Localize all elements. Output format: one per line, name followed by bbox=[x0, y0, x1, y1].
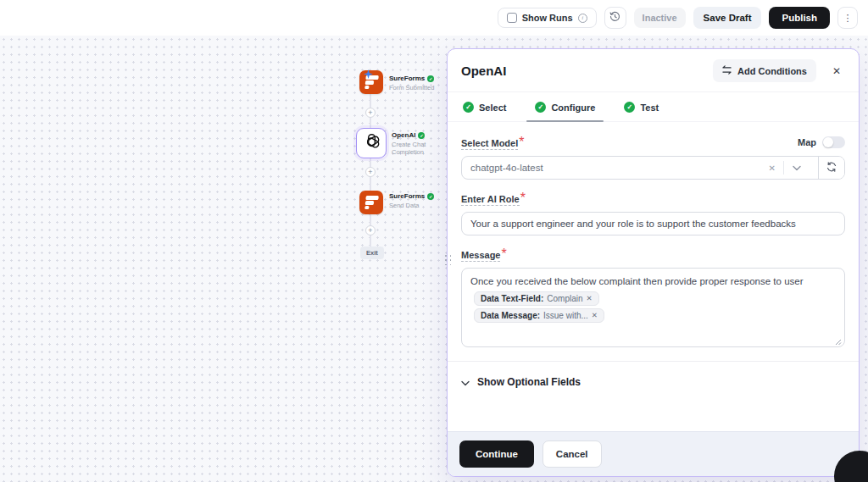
tab-label: Configure bbox=[551, 102, 595, 113]
refresh-models-button[interactable] bbox=[818, 157, 844, 179]
node-app-name: OpenAI bbox=[392, 131, 415, 139]
map-toggle[interactable] bbox=[822, 136, 845, 148]
chevron-down-icon[interactable] bbox=[784, 165, 810, 171]
tab-label: Test bbox=[640, 102, 659, 113]
add-step-button-2[interactable]: + bbox=[365, 167, 376, 177]
add-conditions-label: Add Conditions bbox=[737, 66, 807, 76]
required-asterisk: * bbox=[519, 135, 524, 149]
panel-header: OpenAI Add Conditions ✕ bbox=[448, 49, 859, 92]
remove-tag-icon[interactable]: ✕ bbox=[592, 311, 598, 319]
node-app-name: SureForms bbox=[389, 75, 425, 82]
panel-title: OpenAI bbox=[461, 64, 704, 78]
node-openai-icon[interactable] bbox=[356, 128, 387, 158]
node-sureforms-trigger-label[interactable]: SureForms ✓ Form Submitted bbox=[389, 75, 434, 91]
model-select-value[interactable]: chatgpt-4o-latest bbox=[470, 163, 761, 173]
info-icon: i bbox=[578, 14, 587, 23]
trigger-sparkle-icon bbox=[364, 67, 373, 82]
node-success-check-icon: ✓ bbox=[427, 193, 434, 200]
data-tag-message[interactable]: Data Message: Issue with... ✕ bbox=[474, 308, 604, 323]
node-success-check-icon: ✓ bbox=[418, 132, 425, 139]
data-tag-text-field[interactable]: Data Text-Field: Complain ✕ bbox=[474, 291, 599, 306]
node-openai-label[interactable]: OpenAI ✓ Create Chat Completion bbox=[392, 131, 444, 157]
map-label: Map bbox=[798, 137, 816, 147]
tab-label: Select bbox=[479, 102, 506, 113]
close-icon[interactable]: ✕ bbox=[825, 62, 849, 80]
openai-logo-icon bbox=[362, 132, 381, 155]
node-action-name: Form Submitted bbox=[389, 84, 434, 91]
tab-complete-check-icon: ✓ bbox=[624, 102, 635, 113]
add-step-button-1[interactable]: + bbox=[365, 108, 376, 118]
conditions-swap-icon bbox=[722, 65, 732, 76]
textarea-resize-handle[interactable] bbox=[835, 337, 842, 344]
message-label: Message* bbox=[461, 247, 507, 262]
panel-drag-handle[interactable] bbox=[445, 255, 453, 267]
run-history-button[interactable] bbox=[604, 7, 626, 29]
topbar: Show Runs i Inactive Save Draft Publish … bbox=[0, 0, 868, 36]
remove-tag-icon[interactable]: ✕ bbox=[587, 294, 593, 302]
add-conditions-button[interactable]: Add Conditions bbox=[713, 59, 816, 82]
ai-role-label: Enter AI Role* bbox=[461, 191, 526, 206]
openai-config-panel: OpenAI Add Conditions ✕ ✓ Select ✓ Confi… bbox=[447, 48, 860, 477]
publish-button[interactable]: Publish bbox=[769, 7, 830, 29]
panel-footer: Continue Cancel bbox=[448, 431, 859, 476]
exit-node[interactable]: Exit bbox=[360, 247, 384, 259]
history-clock-icon bbox=[609, 10, 620, 25]
map-toggle-group: Map bbox=[798, 136, 845, 148]
panel-body: Select Model* Map chatgpt-4o-latest ✕ bbox=[448, 122, 859, 431]
refresh-icon bbox=[826, 160, 837, 175]
node-action-name: Send Data bbox=[389, 202, 434, 209]
sureforms-logo-icon bbox=[364, 196, 379, 209]
clear-icon[interactable]: ✕ bbox=[761, 163, 783, 173]
show-runs-label: Show Runs bbox=[522, 13, 573, 23]
message-textarea[interactable]: Once you received the below complaint th… bbox=[461, 268, 845, 347]
tab-configure[interactable]: ✓ Configure bbox=[533, 92, 597, 121]
add-step-button-3[interactable]: + bbox=[365, 225, 376, 235]
required-asterisk: * bbox=[520, 191, 526, 205]
tab-complete-check-icon: ✓ bbox=[535, 102, 546, 113]
node-success-check-icon: ✓ bbox=[427, 75, 434, 82]
tab-complete-check-icon: ✓ bbox=[463, 102, 474, 113]
ai-role-input[interactable]: Your a support engineer and your role is… bbox=[461, 212, 845, 235]
node-action-name: Create Chat Completion bbox=[392, 141, 444, 157]
show-runs-checkbox[interactable] bbox=[507, 13, 517, 23]
tab-select[interactable]: ✓ Select bbox=[461, 92, 508, 121]
show-optional-fields-toggle[interactable]: Show Optional Fields bbox=[461, 362, 845, 402]
optional-fields-label: Show Optional Fields bbox=[477, 376, 581, 388]
message-text: Once you received the below complaint th… bbox=[470, 275, 836, 289]
save-draft-button[interactable]: Save Draft bbox=[693, 7, 762, 29]
more-options-button[interactable]: ⋮ bbox=[837, 7, 858, 29]
node-sureforms-action-label[interactable]: SureForms ✓ Send Data bbox=[389, 192, 434, 209]
chevron-down-icon bbox=[461, 374, 470, 390]
status-badge-inactive: Inactive bbox=[634, 8, 686, 28]
cancel-button[interactable]: Cancel bbox=[542, 440, 602, 468]
tab-test[interactable]: ✓ Test bbox=[622, 92, 660, 121]
node-app-name: SureForms bbox=[389, 192, 425, 200]
show-runs-toggle[interactable]: Show Runs i bbox=[498, 8, 597, 28]
required-asterisk: * bbox=[501, 247, 506, 261]
model-select[interactable]: chatgpt-4o-latest ✕ bbox=[461, 156, 845, 180]
node-sureforms-action-icon[interactable] bbox=[359, 191, 383, 214]
continue-button[interactable]: Continue bbox=[459, 440, 534, 468]
select-model-label: Select Model* bbox=[461, 135, 524, 150]
panel-tabs: ✓ Select ✓ Configure ✓ Test bbox=[448, 92, 859, 122]
